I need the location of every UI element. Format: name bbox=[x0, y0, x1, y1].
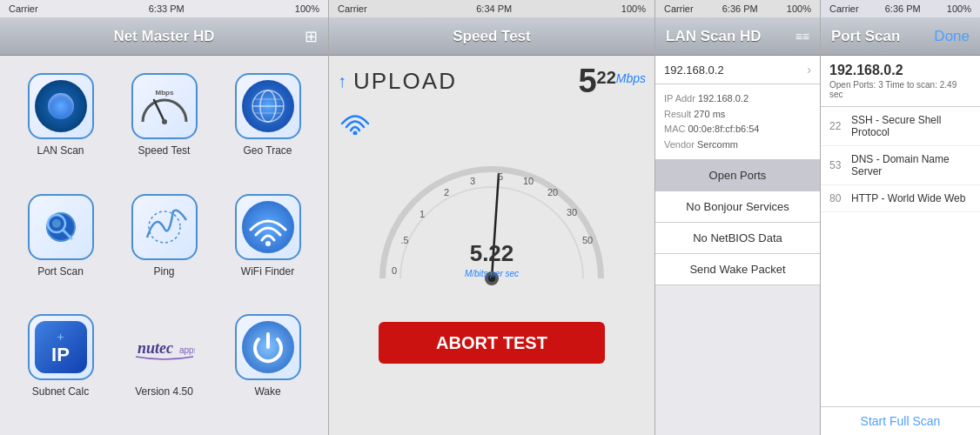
port-name-ssh: SSH - Secure Shell Protocol bbox=[851, 114, 971, 138]
upload-bar: ↑ UPLOAD 5 22 Mbps bbox=[338, 64, 646, 97]
time-label-3: 6:36 PM bbox=[722, 3, 758, 14]
mac-label: MAC bbox=[664, 124, 688, 134]
panel3-icon1[interactable]: ≡≡ bbox=[795, 30, 809, 44]
svg-text:50: 50 bbox=[582, 235, 593, 245]
netbios-button[interactable]: No NetBIOS Data bbox=[655, 223, 820, 254]
wifi-large-icon bbox=[338, 104, 373, 135]
port-name-dns: DNS - Domain Name Server bbox=[851, 153, 971, 177]
svg-point-16 bbox=[353, 131, 358, 136]
globe-svg bbox=[249, 87, 287, 125]
panel2-header: Speed Test bbox=[329, 17, 654, 56]
carrier-label-2: Carrier bbox=[338, 3, 367, 14]
panel3-header: LAN Scan HD ≡≡ bbox=[655, 17, 820, 56]
svg-text:20: 20 bbox=[547, 187, 558, 197]
panel4-header: Port Scan Done bbox=[821, 17, 980, 56]
ping-icon bbox=[138, 201, 191, 253]
speed-test-icon-wrap: Mbps bbox=[131, 73, 198, 139]
status-bar-1: Carrier 6:33 PM 100% bbox=[0, 0, 328, 17]
svg-text:10: 10 bbox=[523, 176, 534, 186]
port-scan-panel: Carrier 6:36 PM 100% Port Scan Done 192.… bbox=[821, 0, 980, 435]
upload-value: 5 22 Mbps bbox=[578, 64, 646, 97]
svg-text:nutec: nutec bbox=[138, 339, 173, 357]
app-port-scan[interactable]: Port Scan bbox=[9, 185, 112, 306]
app-grid: LAN Scan Mbps Speed Test bbox=[0, 56, 328, 435]
result-detail-row: Result 270 ms bbox=[664, 107, 811, 123]
svg-text:5: 5 bbox=[498, 171, 503, 182]
svg-text:M/bits per sec: M/bits per sec bbox=[465, 269, 519, 278]
done-button[interactable]: Done bbox=[934, 28, 970, 45]
start-full-scan-button[interactable]: Start Full Scan bbox=[829, 414, 971, 428]
svg-point-13 bbox=[265, 241, 271, 246]
svg-text:30: 30 bbox=[567, 207, 577, 218]
open-ports-button[interactable]: Open Ports bbox=[655, 160, 820, 191]
port-name-http: HTTP - World Wide Web bbox=[851, 192, 971, 204]
wake-icon-wrap bbox=[235, 314, 301, 380]
app-speed-test[interactable]: Mbps Speed Test bbox=[112, 64, 216, 185]
carrier-label-4: Carrier bbox=[829, 3, 859, 14]
time-label-2: 6:34 PM bbox=[476, 3, 512, 14]
wifi-finder-label: WiFi Finder bbox=[241, 265, 294, 278]
port-scan-target: 192.168.0.2 Open Ports: 3 Time to scan: … bbox=[821, 56, 980, 107]
result-value: 270 ms bbox=[694, 109, 725, 119]
port-scan-label: Port Scan bbox=[37, 265, 84, 278]
app-lan-scan[interactable]: LAN Scan bbox=[9, 64, 112, 185]
mac-value: 00:0e:8f:cf:b6:54 bbox=[688, 124, 760, 134]
lan-device-item[interactable]: 192.168.0.2 › bbox=[655, 56, 820, 84]
menu-icon[interactable]: ⊞ bbox=[305, 27, 318, 46]
svg-text:5.22: 5.22 bbox=[470, 240, 514, 266]
chevron-right-icon: › bbox=[807, 63, 811, 77]
speed-test-label: Speed Test bbox=[138, 144, 191, 157]
svg-text:1: 1 bbox=[420, 209, 425, 219]
panel4-title: Port Scan bbox=[831, 28, 900, 45]
nutec-logo-wrap: nutec apps bbox=[131, 314, 198, 380]
ip-label: IP Addr bbox=[664, 93, 698, 104]
ip-subnet-label: Subnet Calc bbox=[32, 385, 89, 398]
ping-svg bbox=[138, 203, 191, 251]
upload-label: UPLOAD bbox=[353, 68, 578, 95]
battery-label-2: 100% bbox=[621, 3, 646, 14]
port-item-22[interactable]: 22 SSH - Secure Shell Protocol bbox=[821, 107, 980, 146]
app-ip-subnet[interactable]: + IP Subnet Calc bbox=[9, 305, 112, 426]
status-bar-3: Carrier 6:36 PM 100% bbox=[655, 0, 820, 17]
lan-scan-icon-wrap bbox=[28, 73, 94, 139]
abort-label: ABORT TEST bbox=[436, 333, 547, 353]
port-number-53: 53 bbox=[829, 159, 851, 171]
speedometer-icon: Mbps bbox=[138, 83, 191, 130]
svg-line-0 bbox=[154, 100, 164, 122]
app-ping[interactable]: Ping bbox=[112, 185, 216, 306]
ip-value: 192.168.0.2 bbox=[698, 93, 748, 104]
power-svg bbox=[246, 325, 290, 369]
device-details: IP Addr 192.168.0.2 Result 270 ms MAC 00… bbox=[655, 84, 820, 160]
ip-plus-sign: + bbox=[57, 330, 64, 344]
status-bar-2: Carrier 6:34 PM 100% bbox=[329, 0, 654, 17]
app-wifi-finder[interactable]: WiFi Finder bbox=[216, 185, 319, 306]
carrier-label-3: Carrier bbox=[664, 3, 694, 14]
nutec-version: Version 4.50 bbox=[135, 385, 193, 398]
ping-icon-wrap bbox=[131, 194, 198, 260]
panel2-title: Speed Test bbox=[453, 28, 530, 45]
app-geo-trace[interactable]: Geo Trace bbox=[216, 64, 319, 185]
upload-integer: 5 bbox=[578, 64, 596, 97]
panel3-icons: ≡≡ bbox=[795, 30, 809, 44]
svg-point-1 bbox=[162, 119, 167, 124]
lan-scan-panel: Carrier 6:36 PM 100% LAN Scan HD ≡≡ 192.… bbox=[655, 0, 821, 435]
ip-text: IP bbox=[51, 345, 70, 365]
upload-arrow-icon: ↑ bbox=[338, 71, 346, 91]
port-item-53[interactable]: 53 DNS - Domain Name Server bbox=[821, 146, 980, 185]
port-scan-footer: Start Full Scan bbox=[821, 406, 980, 435]
target-ip: 192.168.0.2 bbox=[829, 63, 971, 78]
bonjour-button[interactable]: No Bonjour Services bbox=[655, 191, 820, 223]
svg-text:3: 3 bbox=[470, 176, 475, 186]
battery-label-3: 100% bbox=[787, 3, 811, 14]
geo-trace-label: Geo Trace bbox=[243, 144, 292, 157]
panel1-header: Net Master HD ⊞ bbox=[0, 17, 328, 56]
port-scan-svg bbox=[35, 203, 87, 251]
speed-content: ↑ UPLOAD 5 22 Mbps bbox=[329, 56, 654, 435]
port-item-80[interactable]: 80 HTTP - World Wide Web bbox=[821, 185, 980, 212]
speedometer-gauge: 0 .5 1 2 3 5 10 20 30 50 5.22 M/bits per… bbox=[370, 139, 614, 313]
port-list: 22 SSH - Secure Shell Protocol 53 DNS - … bbox=[821, 107, 980, 406]
wake-packet-button[interactable]: Send Wake Packet bbox=[655, 254, 820, 285]
abort-test-button[interactable]: ABORT TEST bbox=[379, 322, 605, 364]
app-nutec: nutec apps Version 4.50 bbox=[112, 305, 216, 426]
app-wake[interactable]: Wake bbox=[216, 305, 319, 426]
